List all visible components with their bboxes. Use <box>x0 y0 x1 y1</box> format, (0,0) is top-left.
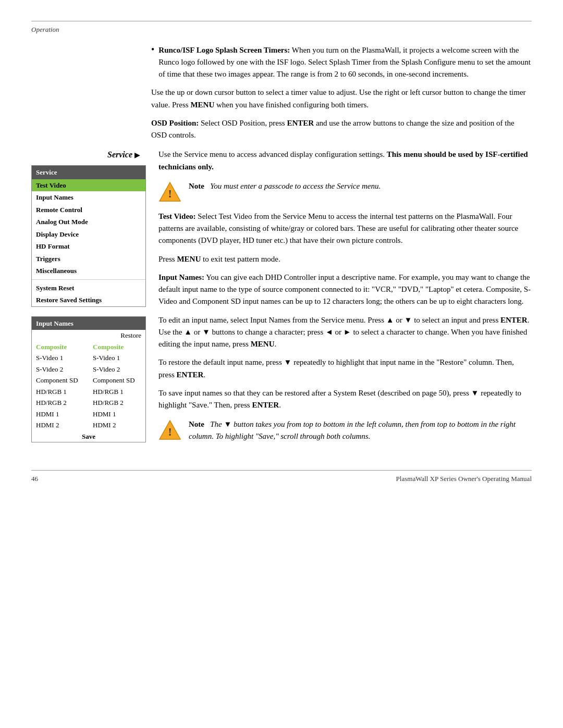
para-cursor: Use the up or down cursor button to sele… <box>151 87 532 111</box>
save-label: Save <box>32 431 145 442</box>
main-content: Service ▶ Service Test Video Input Names… <box>31 149 532 449</box>
input-names-table: Restore Composite Composite S-Video 1 S-… <box>32 330 145 442</box>
input-names-box: Input Names Restore Composite Composite … <box>31 316 146 443</box>
restore-header-row: Restore <box>32 330 145 341</box>
menu-item-analog-out[interactable]: Analog Out Mode <box>32 216 145 228</box>
input-row-hdrgb2: HD/RGB 2 HD/RGB 2 <box>32 397 145 409</box>
bullet-title-1: Runco/ISF Logo Splash Screen Timers: <box>158 46 290 54</box>
arrow-icon: ▶ <box>134 151 140 159</box>
note-box-2: ! Note The ▼ button takes you from top t… <box>158 418 532 442</box>
top-content: • Runco/ISF Logo Splash Screen Timers: W… <box>151 44 532 142</box>
input-edit-para: To edit an input name, select Input Name… <box>158 314 532 351</box>
menu-item-hd-format[interactable]: HD Format <box>32 240 145 253</box>
note-content-2: Note The ▼ button takes you from top to … <box>189 418 532 442</box>
service-menu-header: Service <box>32 166 145 179</box>
right-column: Use the Service menu to access advanced … <box>158 149 532 449</box>
input-row-svideo1: S-Video 1 S-Video 1 <box>32 352 145 364</box>
input-right-composite: Composite <box>89 341 145 353</box>
page: Operation • Runco/ISF Logo Splash Screen… <box>0 0 563 515</box>
svg-text:!: ! <box>168 426 172 438</box>
bullet-dot-1: • <box>151 44 154 81</box>
menu-item-test-video[interactable]: Test Video <box>32 179 145 192</box>
save-para: To save input names so that they can be … <box>158 387 532 412</box>
note-text-1: You must enter a passcode to access the … <box>206 182 381 190</box>
header-label: Operation <box>31 24 532 35</box>
manual-title: PlasmaWall XP Series Owner's Operating M… <box>396 474 532 484</box>
menu-item-restore-saved[interactable]: Restore Saved Settings <box>32 294 145 306</box>
note-box-1: ! Note You must enter a passcode to acce… <box>158 180 532 203</box>
warning-triangle-icon: ! <box>158 180 181 203</box>
bullet-item-1: • Runco/ISF Logo Splash Screen Timers: W… <box>151 44 532 81</box>
restore-para: To restore the default input name, press… <box>158 356 532 381</box>
service-menu-box: Service Test Video Input Names Remote Co… <box>31 165 146 307</box>
input-row-hdrgb1: HD/RGB 1 HD/RGB 1 <box>32 386 145 398</box>
left-column: Service ▶ Service Test Video Input Names… <box>31 149 146 449</box>
para-osd: OSD Position: Select OSD Position, press… <box>151 117 532 142</box>
note-icon-1: ! <box>158 180 181 203</box>
service-desc: Use the Service menu to access advanced … <box>158 149 532 173</box>
input-row-svideo2: S-Video 2 S-Video 2 <box>32 364 145 375</box>
menu-item-triggers[interactable]: Triggers <box>32 253 145 265</box>
restore-label: Restore <box>89 330 145 341</box>
input-row-hdmi2: HDMI 2 HDMI 2 <box>32 419 145 431</box>
input-names-para: Input Names: You can give each DHD Contr… <box>158 272 532 308</box>
menu-item-display-device[interactable]: Display Device <box>32 228 145 241</box>
menu-item-system-reset[interactable]: System Reset <box>32 282 145 294</box>
page-number: 46 <box>31 474 38 484</box>
note-content-1: Note You must enter a passcode to access… <box>189 180 381 192</box>
press-menu-para: Press MENU to exit test pattern mode. <box>158 253 532 265</box>
svg-text:!: ! <box>168 188 172 200</box>
menu-item-input-names[interactable]: Input Names <box>32 191 145 204</box>
input-left-composite: Composite <box>32 341 89 353</box>
footer: 46 PlasmaWall XP Series Owner's Operatin… <box>31 470 532 484</box>
input-row-componentsd: Component SD Component SD <box>32 375 145 386</box>
service-section-label: Service ▶ <box>31 149 146 161</box>
input-row-composite: Composite Composite <box>32 341 145 353</box>
note-text-2: The ▼ button takes you from top to botto… <box>189 420 516 440</box>
bullet-text-1: Runco/ISF Logo Splash Screen Timers: Whe… <box>158 44 532 81</box>
warning-triangle-icon-2: ! <box>158 418 181 441</box>
header-divider <box>31 21 532 21</box>
menu-item-miscellaneous[interactable]: Miscellaneous <box>32 265 145 277</box>
note-icon-2: ! <box>158 418 181 441</box>
input-names-header: Input Names <box>32 317 145 330</box>
menu-divider <box>32 279 145 280</box>
input-row-hdmi1: HDMI 1 HDMI 1 <box>32 409 145 420</box>
test-video-para: Test Video: Select Test Video from the S… <box>158 211 532 247</box>
input-save-row: Save <box>32 431 145 442</box>
menu-item-remote-control[interactable]: Remote Control <box>32 204 145 216</box>
